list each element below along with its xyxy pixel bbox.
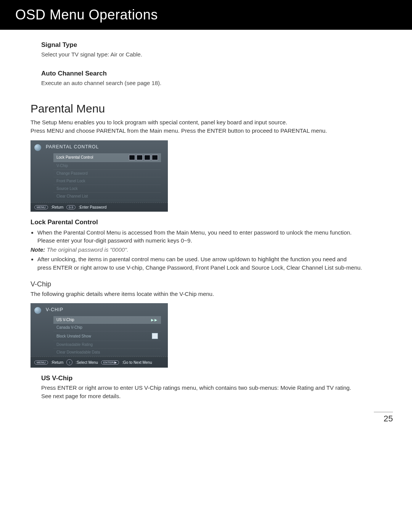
osd-vchip: V-CHIP US V-Chip ▶▶ Canada V-Chip Block … xyxy=(31,303,168,368)
arrow-right-icon: ▶▶ xyxy=(151,318,158,322)
osd-item-vchip: V-Chip xyxy=(53,162,161,170)
page-number-area: 25 xyxy=(0,400,412,424)
osd-parental-footer: MENU :Return 0-9 :Enter Password xyxy=(31,203,168,212)
lock-pc-note: Note: The original password is "0000". xyxy=(31,246,397,253)
numeric-button-icon: 0-9 xyxy=(66,205,76,209)
vchip-title: V-Chip xyxy=(31,280,397,288)
parental-intro-1: The Setup Menu enables you to lock progr… xyxy=(31,118,397,127)
lock-icon xyxy=(34,144,41,151)
osd-item-lock-parental: Lock Parental Control xyxy=(53,153,161,162)
osd-item-downloadable-rating: Downloadable Rating xyxy=(53,341,161,349)
parental-intro-2: Press MENU and choose PARENTAL from the … xyxy=(31,127,397,135)
auto-search-body: Execute an auto channel search (see page… xyxy=(41,79,397,87)
page-content: Signal Type Select your TV signal type: … xyxy=(0,41,412,400)
lock-pc-bullet-2: After unlocking, the items in parental c… xyxy=(37,255,397,272)
parental-heading: Parental Menu xyxy=(31,102,397,115)
osd-parental-list: Lock Parental Control V-Chip Change Pass… xyxy=(53,153,161,200)
osd-vchip-footer: MENU :Return ↕ :Select Menu ENTER/▶ :Go … xyxy=(31,357,168,368)
osd-item-clear-downloadable: Clear Downloadable Data xyxy=(53,349,161,356)
checkbox-icon xyxy=(152,333,158,339)
password-boxes xyxy=(129,155,158,160)
osd-item-change-password: Change Password xyxy=(53,170,161,177)
osd-item-us-vchip: US V-Chip ▶▶ xyxy=(53,316,161,324)
page-number: 25 xyxy=(374,412,393,424)
osd-vchip-list: US V-Chip ▶▶ Canada V-Chip Block Unrated… xyxy=(53,316,161,356)
page-header: OSD Menu Operations xyxy=(0,0,412,30)
signal-type-title: Signal Type xyxy=(41,41,397,49)
vchip-intro: The following graphic details where item… xyxy=(31,290,397,298)
lock-pc-title: Lock Parental Control xyxy=(31,219,397,226)
menu-button-icon: MENU xyxy=(34,205,48,209)
signal-type-body: Select your TV signal type: Air or Cable… xyxy=(41,50,397,58)
updown-button-icon: ↕ xyxy=(66,359,72,365)
osd-parental-control: PARENTAL CONTROL Lock Parental Control V… xyxy=(31,140,168,212)
osd-item-front-panel-lock: Front Panel Lock xyxy=(53,177,161,185)
menu-button-icon: MENU xyxy=(34,360,48,365)
osd-item-canada-vchip: Canada V-Chip xyxy=(53,324,161,331)
lock-pc-bullet-1: When the Parental Control Menu is access… xyxy=(37,228,397,245)
enter-button-icon: ENTER/▶ xyxy=(101,360,119,365)
manual-page: OSD Menu Operations Signal Type Select y… xyxy=(0,0,412,439)
us-vchip-body-2: See next page for more details. xyxy=(41,392,397,400)
us-vchip-title: US V-Chip xyxy=(41,374,397,382)
osd-item-clear-channel-list: Clear Channel List xyxy=(53,193,161,200)
auto-search-title: Auto Channel Search xyxy=(41,70,397,77)
us-vchip-body-1: Press ENTER or right arrow to enter US V… xyxy=(41,384,397,392)
osd-item-source-lock: Source Lock xyxy=(53,185,161,193)
page-title: OSD Menu Operations xyxy=(15,7,158,23)
lock-pc-bullets: When the Parental Control Menu is access… xyxy=(37,228,397,245)
osd-item-block-unrated: Block Unrated Show xyxy=(53,331,161,341)
osd-vchip-title: V-CHIP xyxy=(31,303,168,315)
osd-parental-title: PARENTAL CONTROL xyxy=(31,140,168,152)
lock-pc-bullets-2: After unlocking, the items in parental c… xyxy=(37,255,397,272)
